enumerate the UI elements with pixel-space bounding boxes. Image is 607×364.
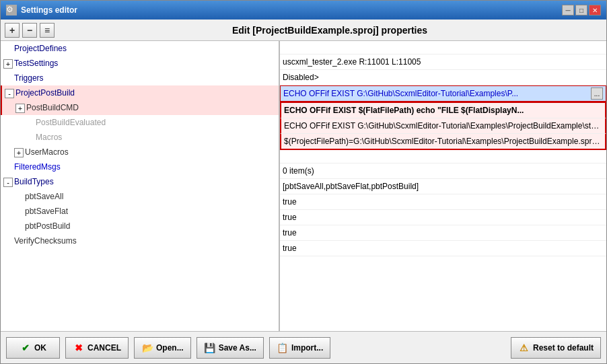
value-row-pbt-save-flat-val: true [280,210,606,225]
import-button[interactable]: 📋 Import... [269,337,330,359]
split-pane: ProjectDefines+TestSettingsTriggers-Proj… [1,41,606,331]
open-label: Open... [156,343,184,353]
tree-pane: ProjectDefines+TestSettingsTriggers-Proj… [1,41,280,331]
tree-item-pbt-post-build[interactable]: pbtPostBuild [1,219,279,233]
reset-button[interactable]: ⚠ Reset to default [511,337,601,359]
tree-item-user-macros[interactable]: +UserMacros [1,145,279,159]
value-text-pbt-save-flat-val: true [283,213,297,222]
tree-item-label-pbt-save-flat: pbtSaveFlat [25,207,68,216]
tree-item-label-filtered-msgs: FilteredMsgs [14,162,61,172]
ok-label: OK [34,343,46,353]
save-as-button[interactable]: 💾 Save As... [197,337,264,359]
tree-item-build-types[interactable]: -BuildTypes [1,174,279,189]
value-text-pbt-save-all-val: true [283,197,297,207]
cancel-button[interactable]: ✖ CANCEL [65,337,129,359]
remove-button[interactable]: − [22,23,37,38]
value-text-test-settings-val: uscxml_tester_2.exe R:11001 L:11005 [283,57,421,67]
ok-icon: ✔ [20,342,32,354]
reset-label: Reset to default [533,343,594,353]
tree-container: ProjectDefines+TestSettingsTriggers-Proj… [1,41,279,248]
value-text-verify-checksums-val: true [283,244,297,253]
value-text-triggers-val: Disabled> [283,73,319,82]
toolbar: + − ≡ Edit [ProjectBuildExample.sproj] p… [1,20,606,41]
save-as-label: Save As... [219,343,256,353]
value-text-macros-val: $(ProjectFilePath)=G:\GitHub\ScxmlEditor… [284,137,606,146]
cancel-icon: ✖ [73,342,85,354]
expander-test-settings[interactable]: + [3,59,13,69]
value-text-build-types-val: [pbtSaveAll,pbtSaveFlat,pbtPostBuild] [283,182,419,191]
expander-project-post-build[interactable]: - [5,89,14,98]
tree-item-post-build-evaluated[interactable]: PostBuildEvaluated [1,115,279,130]
title-bar-buttons: ─ □ ✕ [562,5,601,15]
tree-item-label-user-macros: UserMacros [25,147,69,157]
value-text-project-post-build-val: ECHO OFFif EXIST G:\GitHub\ScxmlEditor-T… [283,87,591,100]
settings-editor-window: ⚙ Settings editor ─ □ ✕ + − ≡ Edit [Proj… [0,0,607,364]
tree-item-macros[interactable]: Macros [1,130,279,145]
value-row-verify-checksums-val: true [280,241,606,256]
tree-item-label-test-settings: TestSettings [14,59,58,68]
tree-item-verify-checksums[interactable]: VerifyChecksums [1,233,279,248]
ellipsis-button-project-post-build-val[interactable]: ... [591,87,603,100]
open-button[interactable]: 📂 Open... [134,337,191,359]
close-button[interactable]: ✕ [589,5,601,15]
app-icon: ⚙ [6,5,17,15]
tree-item-label-macros: Macros [36,133,62,142]
expander-post-build-cmd[interactable]: + [15,104,25,113]
page-title: Edit [ProjectBuildExample.sproj] propert… [57,25,602,36]
value-row-pbt-save-all-val: true [280,194,606,210]
value-row-test-settings-val: uscxml_tester_2.exe R:11001 L:11005 [280,54,606,70]
footer: ✔ OK ✖ CANCEL 📂 Open... 💾 Save As... 📋 I… [1,331,606,363]
add-button[interactable]: + [5,23,20,38]
maximize-button[interactable]: □ [575,5,587,15]
list-button[interactable]: ≡ [40,23,55,38]
value-pane: uscxml_tester_2.exe R:11001 L:11005Disab… [280,41,606,331]
tree-item-label-verify-checksums: VerifyChecksums [14,236,77,246]
tree-item-project-post-build[interactable]: -ProjectPostBuild [1,85,279,100]
cancel-label: CANCEL [87,343,121,353]
tree-item-label-project-defines: ProjectDefines [14,44,67,53]
value-text-post-build-cmd-val: ECHO OFFif EXIST $(FlatFilePath) echo "F… [284,106,524,115]
tree-item-label-post-build-evaluated: PostBuildEvaluated [36,118,106,127]
value-row-post-build-evaluated-val: ECHO OFFif EXIST G:\GitHub\ScxmlEditor-T… [280,118,606,134]
value-row-macros-val: $(ProjectFilePath)=G:\GitHub\ScxmlEditor… [280,134,606,150]
open-icon: 📂 [141,342,153,354]
tree-item-triggers[interactable]: Triggers [1,71,279,85]
import-icon: 📋 [277,342,289,354]
value-text-pbt-post-build-val: true [283,228,297,238]
tree-item-label-pbt-post-build: pbtPostBuild [25,221,70,231]
tree-item-test-settings[interactable]: +TestSettings [1,56,279,71]
tree-item-label-project-post-build: ProjectPostBuild [15,88,75,98]
import-label: Import... [291,343,323,353]
value-text-filtered-msgs-val: 0 item(s) [283,166,314,176]
tree-item-filtered-msgs[interactable]: FilteredMsgs [1,159,279,174]
tree-item-post-build-cmd[interactable]: +PostBuildCMD [1,100,279,115]
tree-item-label-build-types: BuildTypes [14,177,54,186]
save-icon: 💾 [204,342,216,354]
value-row-project-post-build-val: ECHO OFFif EXIST G:\GitHub\ScxmlEditor-T… [280,85,606,102]
value-row-project-defines-val [280,41,606,54]
value-row-triggers-val: Disabled> [280,70,606,85]
tree-item-pbt-save-flat[interactable]: pbtSaveFlat [1,204,279,219]
value-row-pbt-post-build-val: true [280,225,606,241]
warning-icon: ⚠ [518,342,530,354]
value-row-filtered-msgs-val: 0 item(s) [280,163,606,179]
tree-item-label-pbt-save-all: pbtSaveAll [25,192,63,201]
tree-item-project-defines[interactable]: ProjectDefines [1,41,279,56]
expander-user-macros[interactable]: + [14,148,24,157]
title-bar: ⚙ Settings editor ─ □ ✕ [1,1,606,20]
value-row-build-types-val: [pbtSaveAll,pbtSaveFlat,pbtPostBuild] [280,179,606,194]
value-row-user-macros-val [280,150,606,163]
value-row-post-build-cmd-val: ECHO OFFif EXIST $(FlatFilePath) echo "F… [280,102,606,118]
ok-button[interactable]: ✔ OK [6,337,60,359]
title-bar-text: Settings editor [21,5,77,15]
value-text-post-build-evaluated-val: ECHO OFFif EXIST G:\GitHub\ScxmlEditor-T… [284,121,606,131]
tree-item-pbt-save-all[interactable]: pbtSaveAll [1,189,279,204]
title-bar-left: ⚙ Settings editor [6,5,77,15]
tree-item-label-triggers: Triggers [14,73,44,83]
tree-item-label-post-build-cmd: PostBuildCMD [26,103,79,112]
expander-build-types[interactable]: - [3,178,13,187]
value-container: uscxml_tester_2.exe R:11001 L:11005Disab… [280,41,606,256]
minimize-button[interactable]: ─ [562,5,574,15]
